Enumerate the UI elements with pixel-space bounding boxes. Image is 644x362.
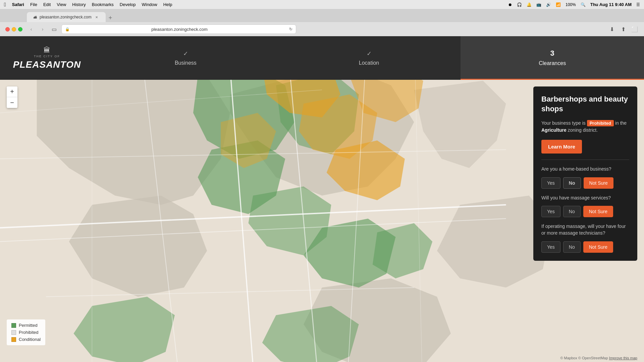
prohibited-badge: Prohibited: [587, 120, 614, 126]
window-controls: [5, 27, 22, 32]
massage-technicians-not-sure-button[interactable]: Not Sure: [583, 241, 613, 253]
massage-services-not-sure-button[interactable]: Not Sure: [583, 206, 613, 217]
share-button[interactable]: ⬆: [619, 25, 627, 33]
volume-icon: 🔊: [546, 2, 551, 7]
logo-subtitle: THE CITY OF: [34, 55, 60, 58]
step-nav: ✓ Business ✓ Location 3 Clearances: [94, 36, 644, 80]
maximize-window-button[interactable]: [18, 27, 22, 32]
app-header: 🏛 THE CITY OF PLEASANTON ✓ Business ✓ Lo…: [0, 36, 644, 80]
massage-technicians-no-button[interactable]: No: [563, 241, 581, 253]
app-container: 🏛 THE CITY OF PLEASANTON ✓ Business ✓ Lo…: [0, 36, 644, 362]
notification-icon: 🔔: [527, 2, 532, 7]
safari-menu[interactable]: Safari: [12, 2, 24, 7]
improve-map-link[interactable]: Improve this map: [609, 356, 637, 360]
bookmarks-menu[interactable]: Bookmarks: [92, 2, 114, 7]
permitted-swatch: [11, 323, 16, 328]
home-based-question-text: Are you a home-based business?: [541, 166, 629, 173]
edit-menu[interactable]: Edit: [43, 2, 51, 7]
sidebar-toggle-button[interactable]: ▭: [50, 25, 58, 33]
menubar-right: ⏺ 🎧 🔔 📺 🔊 📶 100% 🔍 Thu Aug 11 9:40 AM ☰: [508, 2, 640, 7]
mac-menubar:  Safari File Edit View History Bookmark…: [0, 0, 644, 9]
tab-close-button[interactable]: ✕: [94, 15, 99, 19]
browser-toolbar: ‹ › ▭ 🔒 pleasanton.zoningcheck.com ↻ ⬇ ⬆…: [0, 22, 644, 36]
massage-services-yes-button[interactable]: Yes: [541, 206, 560, 217]
close-window-button[interactable]: [5, 27, 10, 32]
clock: Thu Aug 11 9:40 AM: [590, 2, 632, 7]
battery-label: 100%: [566, 2, 576, 7]
airplay-icon: 📺: [536, 2, 541, 7]
apple-menu[interactable]: : [4, 2, 6, 8]
map-legend: Permitted Prohibited Conditional: [7, 319, 45, 345]
massage-services-answers: Yes No Not Sure: [541, 206, 629, 217]
url-text: pleasanton.zoningcheck.com: [72, 27, 287, 32]
control-center-icon[interactable]: ☰: [636, 2, 640, 7]
map-controls: + −: [7, 86, 17, 108]
massage-technicians-yes-button[interactable]: Yes: [541, 241, 560, 253]
step-clearances-number: 3: [550, 49, 554, 58]
status-prefix: Your business type is: [541, 120, 586, 126]
question-home-based: Are you a home-based business? Yes No No…: [541, 166, 629, 189]
panel-divider: [541, 160, 629, 160]
logo-building-icon: 🏛: [44, 46, 50, 54]
panel-status: Your business type is Prohibited in the …: [541, 120, 629, 134]
forward-button[interactable]: ›: [39, 25, 47, 33]
massage-technicians-answers: Yes No Not Sure: [541, 241, 629, 253]
home-based-not-sure-button[interactable]: Not Sure: [584, 177, 613, 189]
logo: 🏛 THE CITY OF PLEASANTON: [13, 46, 81, 70]
new-tab-button[interactable]: ＋: [106, 13, 115, 22]
tab-label: pleasanton.zoningcheck.com: [40, 15, 92, 19]
help-menu[interactable]: Help: [163, 2, 172, 7]
mapbox-credit: © Mapbox © OpenStreetMap: [560, 356, 608, 360]
logo-city: PLEASANTON: [13, 59, 81, 70]
step-location-label: Location: [359, 60, 379, 66]
minimize-window-button[interactable]: [12, 27, 16, 32]
status-suffix: in the: [615, 120, 627, 126]
question-massage-technicians: If operating massage, will your have fou…: [541, 223, 629, 252]
tabs-overview-button[interactable]: ⬜: [631, 25, 639, 33]
step-business[interactable]: ✓ Business: [94, 36, 277, 80]
legend-conditional: Conditional: [11, 337, 41, 342]
step-clearances[interactable]: 3 Clearances: [461, 36, 644, 80]
reload-button[interactable]: ↻: [289, 27, 292, 32]
step-location-check-icon: ✓: [367, 50, 372, 57]
active-tab[interactable]: 🏙 pleasanton.zoningcheck.com ✕: [27, 12, 106, 22]
step-business-check-icon: ✓: [183, 50, 188, 57]
back-button[interactable]: ‹: [27, 25, 35, 33]
wifi-icon: 📶: [556, 2, 561, 7]
learn-more-button[interactable]: Learn More: [541, 140, 582, 154]
logo-area: 🏛 THE CITY OF PLEASANTON: [0, 36, 94, 80]
view-menu[interactable]: View: [57, 2, 66, 7]
history-menu[interactable]: History: [72, 2, 86, 7]
zoom-in-button[interactable]: +: [7, 86, 17, 97]
massage-technicians-question-text: If operating massage, will your have fou…: [541, 223, 629, 236]
conditional-label: Conditional: [19, 337, 41, 342]
lock-icon: 🔒: [65, 27, 70, 32]
home-based-answers: Yes No Not Sure: [541, 177, 629, 189]
permitted-label: Permitted: [19, 323, 38, 328]
browser-tab-bar: 🏙 pleasanton.zoningcheck.com ✕ ＋: [0, 9, 644, 22]
step-location[interactable]: ✓ Location: [277, 36, 461, 80]
map-area: + − Permitted Prohibited Conditional © M…: [0, 80, 644, 362]
headphone-icon: 🎧: [517, 2, 522, 7]
legend-permitted: Permitted: [11, 323, 41, 328]
toolbar-right: ⬇ ⬆ ⬜: [608, 25, 639, 33]
prohibited-swatch: [11, 330, 16, 335]
url-bar[interactable]: 🔒 pleasanton.zoningcheck.com ↻: [61, 24, 296, 34]
status-end: zoning district.: [568, 127, 598, 133]
district-name: Agriculture: [541, 127, 567, 133]
home-based-yes-button[interactable]: Yes: [541, 177, 560, 189]
window-menu[interactable]: Window: [142, 2, 157, 7]
map-attribution: © Mapbox © OpenStreetMap Improve this ma…: [560, 356, 637, 360]
zoom-out-button[interactable]: −: [7, 97, 17, 108]
file-menu[interactable]: File: [30, 2, 37, 7]
home-based-no-button[interactable]: No: [563, 177, 581, 189]
side-panel: Barbershops and beauty shops Your busine…: [533, 86, 637, 261]
massage-services-no-button[interactable]: No: [563, 206, 581, 217]
record-icon: ⏺: [508, 2, 512, 7]
search-icon[interactable]: 🔍: [581, 2, 586, 7]
downloads-button[interactable]: ⬇: [608, 25, 616, 33]
tab-favicon: 🏙: [34, 15, 37, 19]
panel-title: Barbershops and beauty shops: [541, 95, 629, 114]
prohibited-label: Prohibited: [19, 330, 39, 335]
develop-menu[interactable]: Develop: [120, 2, 136, 7]
